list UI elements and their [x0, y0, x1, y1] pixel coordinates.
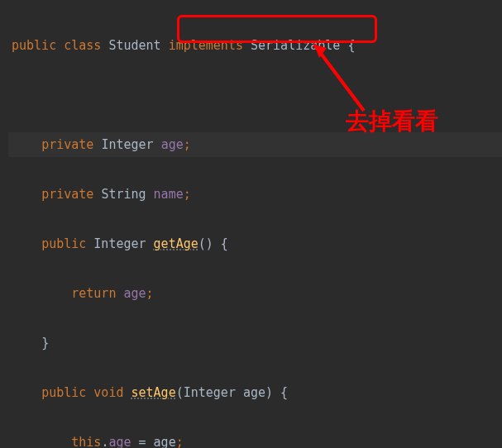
keyword-class: class	[64, 38, 101, 53]
semicolon: ;	[184, 137, 191, 152]
keyword-return: return	[71, 286, 116, 301]
code-line: this.age = age;	[8, 430, 502, 448]
assign: = age	[131, 435, 176, 448]
code-line: return age;	[8, 281, 502, 306]
keyword-public: public	[41, 385, 86, 400]
semicolon: ;	[146, 286, 154, 301]
keyword-private: private	[41, 137, 93, 152]
code-line	[8, 83, 502, 107]
type: Integer	[101, 137, 153, 152]
keyword-public: public	[41, 236, 86, 251]
keyword-public: public	[12, 38, 56, 53]
parens: (Integer age) {	[176, 385, 288, 400]
field: age	[108, 435, 131, 448]
method-name: setAge	[131, 385, 176, 400]
interface-name: Serializable	[251, 38, 340, 53]
code-editor: public class Student implements Serializ…	[0, 0, 502, 448]
method-name: getAge	[154, 236, 198, 251]
keyword-private: private	[41, 187, 93, 202]
semicolon: ;	[176, 435, 184, 448]
keyword-this: this	[71, 435, 101, 448]
field: age	[161, 137, 184, 152]
class-name: Student	[108, 38, 160, 53]
keyword-void: void	[93, 385, 123, 400]
code-line: public void setAge(Integer age) {	[8, 380, 502, 405]
annotation-text: 去掉看看	[346, 106, 438, 137]
field: name	[154, 187, 184, 202]
brace: }	[41, 336, 49, 350]
type: Integer	[93, 236, 146, 251]
brace: {	[347, 38, 355, 53]
code-line: }	[8, 331, 502, 355]
code-line: public class Student implements Serializ…	[8, 33, 502, 58]
field: age	[123, 286, 146, 301]
code-line: private String name;	[8, 182, 502, 207]
parens: () {	[198, 236, 228, 251]
code-line: public Integer getAge() {	[8, 231, 502, 256]
type: String	[101, 187, 146, 202]
semicolon: ;	[184, 187, 191, 202]
keyword-implements: implements	[169, 38, 243, 53]
